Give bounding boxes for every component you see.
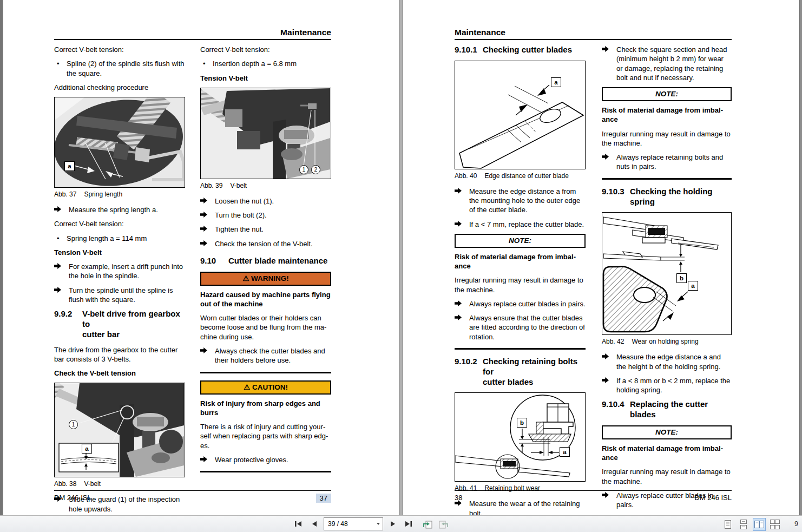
previous-page-button[interactable] [308, 517, 320, 530]
figure-abb-38: 1 a [54, 383, 185, 477]
paragraph: Additional checking procedure [54, 83, 185, 92]
instruction-item: Always ensure that the cutter blades are… [455, 313, 586, 341]
instruction-text: Always check the cutter blades and their… [215, 346, 331, 365]
instruction-text: For example, insert a drift punch into t… [69, 262, 185, 281]
v-belt-photo [201, 88, 330, 179]
page-number: 38 [455, 494, 462, 502]
first-page-button[interactable] [292, 517, 304, 530]
figure-caption-text: Spring length [84, 191, 122, 198]
section-number: 9.10.1 [455, 45, 483, 55]
bullet-icon: • [54, 59, 67, 78]
figure-caption-text: Retaining bolt wear [484, 484, 540, 492]
figure-caption-text: Wear on holding spring [632, 338, 698, 345]
instruction-text: Turn the bolt (2). [215, 211, 267, 220]
facing-continuous-view-button[interactable] [768, 518, 781, 531]
page37-column-1: Correct V-belt tension: • Spline (2) of … [54, 45, 185, 532]
v-belt-photo [55, 383, 184, 477]
page38-footer-rule [455, 490, 732, 491]
instruction-text: Always replace cutter blades in pairs. [469, 299, 586, 308]
viewer-toolbar: 39 / 48 [0, 515, 802, 532]
holding-spring-drawing [602, 213, 731, 334]
figure-caption: Abb. 37Spring length [54, 191, 185, 199]
window-left-border [0, 0, 3, 532]
page-navigation-controls: 39 / 48 [292, 517, 449, 530]
figure-abb-37: a [54, 97, 185, 188]
instruction-item: Turn the spindle until the spline is flu… [54, 286, 185, 305]
bullet-item: • Spline (2) of the spindle sits flush w… [54, 59, 185, 78]
caution-box: ⚠ CAUTION! Risk of injury from sharp edg… [200, 380, 331, 473]
paragraph: The drive from the gearbox to the cutter… [54, 345, 185, 364]
instruction-text: Turn the spindle until the spline is flu… [69, 286, 185, 305]
caution-title: CAUTION! [252, 383, 288, 391]
figure-caption: Abb. 39V-belt [200, 182, 331, 191]
caution-body: There is a risk of injury and cutting yo… [200, 422, 331, 450]
retaining-bolt-drawing [455, 393, 584, 481]
bullet-icon: • [200, 59, 213, 68]
arrow-right-icon [54, 262, 69, 281]
warning-icon: ⚠ [242, 274, 249, 283]
section-heading-9-9-2: 9.9.2 V-belt drive from gearbox to cutte… [54, 309, 185, 339]
page38-column-2: Check the square section and head (minim… [602, 45, 732, 532]
figure-label-2: 2 [311, 165, 320, 174]
section-title: Checking retaining bolts for cutter blad… [483, 357, 586, 387]
last-page-button[interactable] [403, 517, 415, 530]
cutter-blade-drawing [455, 61, 584, 169]
page38-header-rule [455, 39, 732, 40]
instruction-item: For example, insert a drift punch into t… [54, 262, 185, 281]
arrow-right-icon [455, 313, 469, 341]
arrow-right-icon [54, 286, 69, 305]
previous-view-icon [423, 520, 433, 529]
section-title: Checking the holding spring [630, 187, 732, 207]
bullet-item: • Spring length a = 114 mm [54, 234, 185, 243]
facing-pages-view-button[interactable] [753, 518, 766, 531]
document-title: DM 246 ISL [54, 494, 91, 502]
instruction-text: If a < 7 mm, replace the cutter blade. [469, 220, 584, 229]
instruction-text: Loosen the nut (1). [215, 196, 274, 206]
last-page-icon [405, 521, 412, 527]
note-header: NOTE: [602, 425, 732, 439]
arrow-right-icon [602, 376, 616, 395]
section-heading-9-10-4: 9.10.4 Replacing the cutter blades [602, 399, 732, 420]
instruction-text: Measure the edge distance a from the mou… [469, 187, 586, 215]
note-box: NOTE: Risk of material damage from imbal… [602, 87, 732, 180]
section-number: 9.10.3 [602, 187, 630, 207]
section-number: 9.10 [200, 256, 228, 266]
single-page-view-button[interactable] [721, 518, 734, 531]
section-heading-9-10: 9.10 Cutter blade maintenance [200, 256, 331, 266]
instruction-item: Turn the bolt (2). [200, 211, 331, 220]
arrow-right-icon [455, 299, 469, 308]
section-title: V-belt drive from gearbox to cutter bar [82, 309, 185, 339]
warning-subtitle: Hazard caused by machine parts flying ou… [200, 290, 331, 309]
continuous-view-button[interactable] [737, 518, 750, 531]
next-view-button[interactable] [437, 517, 449, 530]
page-number-input[interactable]: 39 / 48 [324, 517, 383, 530]
instruction-text: Always ensure that the cutter blades are… [469, 313, 586, 341]
instruction-item: Check the square section and head (minim… [602, 45, 732, 82]
instruction-item: Always replace retaining bolts and nuts … [602, 153, 732, 172]
section-title: Replacing the cutter blades [630, 399, 732, 420]
scrollbar-track[interactable] [799, 0, 802, 516]
arrow-right-icon [455, 187, 469, 215]
instruction-text: Always replace retaining bolts and nuts … [616, 153, 732, 172]
page37-footer: DM 246 ISL 37 [54, 494, 331, 503]
instruction-text: Check the tension of the V-belt. [215, 239, 313, 248]
section-title: Checking cutter blades [483, 45, 572, 55]
page-number-value: 39 / 48 [324, 520, 374, 528]
instruction-item: Measure the edge distance a from the mou… [455, 187, 586, 215]
previous-view-button[interactable] [422, 517, 433, 530]
section-heading-9-10-1: 9.10.1 Checking cutter blades [455, 45, 586, 55]
page38-footer: 38 DM 246 ISL [455, 494, 732, 502]
chevron-down-icon[interactable] [374, 523, 383, 525]
arrow-right-icon [200, 239, 215, 248]
arrow-right-icon [200, 211, 215, 220]
next-page-button[interactable] [387, 517, 399, 530]
section-number: 9.10.4 [602, 399, 630, 420]
figure-abb-41: b a [455, 392, 586, 482]
instruction-text: Check the square section and head (minim… [616, 45, 732, 82]
instruction-text: If a < 8 mm or b < 2 mm, replace the hol… [616, 376, 732, 395]
bullet-item: • Insertion depth a = 6.8 mm [200, 59, 331, 68]
figure-caption-text: Edge distance of cutter blade [484, 172, 568, 180]
document-title: DM 246 ISL [694, 494, 732, 502]
figure-label-a: a [560, 447, 570, 457]
previous-page-icon [311, 521, 317, 527]
